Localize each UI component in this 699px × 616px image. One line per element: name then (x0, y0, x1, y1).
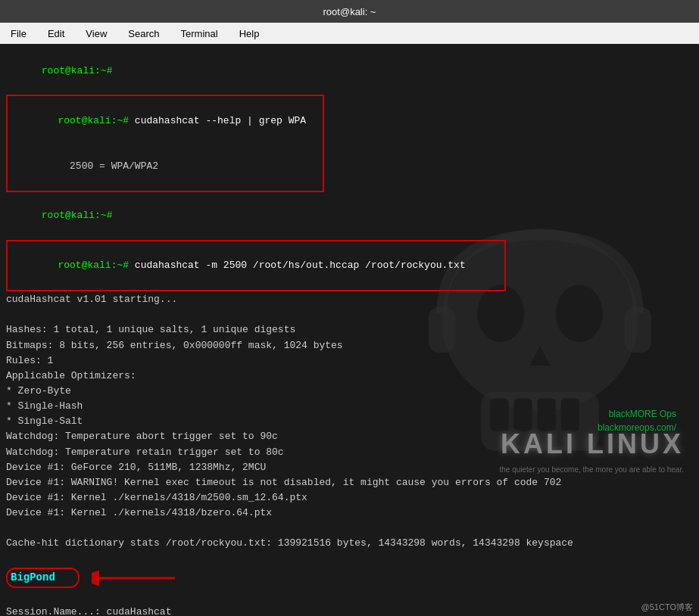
terminal-line (6, 590, 693, 605)
menubar: File Edit View Search Terminal Help (0, 23, 699, 44)
titlebar: root@kali: ~ (0, 0, 699, 23)
terminal-line: root@kali:~# (6, 48, 693, 94)
prompt: root@kali:~# (42, 65, 113, 76)
bigpond-label: BigPond (6, 568, 80, 589)
terminal-line (6, 307, 693, 322)
terminal-line: root@kali:~# cudahashcat --help | grep W… (11, 98, 320, 143)
menu-search[interactable]: Search (123, 26, 164, 41)
cmd-box-1: root@kali:~# cudahashcat --help | grep W… (6, 95, 324, 192)
kali-tagline-watermark: the quieter you become, the more you are… (500, 464, 685, 475)
prompt: root@kali:~# (58, 115, 129, 126)
cmd-text: cudahashcat --help | grep WPA (129, 115, 306, 126)
menu-file[interactable]: File (6, 26, 31, 41)
menu-terminal[interactable]: Terminal (176, 26, 223, 41)
terminal-line: Rules: 1 (6, 353, 693, 369)
terminal-line: Session.Name...: cudaHashcat (6, 605, 693, 616)
bigpond-line: BigPond (6, 567, 693, 590)
terminal-line: Applicable Optimizers: (6, 369, 693, 384)
terminal-line: Device #1: Kernel ./kernels/4318/m2500.s… (6, 490, 693, 506)
menu-view[interactable]: View (81, 26, 111, 41)
terminal-content: root@kali:~# root@kali:~# cudahashcat --… (6, 48, 693, 616)
terminal-line: Device #1: WARNING! Kernel exec timeout … (6, 475, 693, 490)
cmd-box-2: root@kali:~# cudahashcat -m 2500 /root/h… (6, 240, 506, 291)
cmd-text: cudahashcat -m 2500 /root/hs/out.hccap /… (129, 260, 466, 271)
kali-linux-watermark: KALI LINUX (501, 424, 684, 465)
terminal-line: root@kali:~# (6, 193, 693, 238)
red-arrow-icon (92, 567, 183, 590)
prompt: root@kali:~# (58, 260, 129, 271)
terminal-line: Device #1: Kernel ./kernels/4318/bzero.6… (6, 506, 693, 521)
output-text: 2500 = WPA/WPA2 (58, 160, 158, 172)
menu-edit[interactable]: Edit (43, 26, 69, 41)
terminal-line: cudaHashcat v1.01 starting... (6, 292, 693, 307)
terminal-line: * Zero-Byte (6, 384, 693, 399)
terminal[interactable]: blackMORE Ops blackmoreops.com/ KALI LIN… (0, 44, 699, 616)
menu-help[interactable]: Help (235, 26, 264, 41)
terminal-line: * Single-Hash (6, 399, 693, 414)
prompt: root@kali:~# (42, 210, 113, 221)
terminal-line (6, 521, 693, 536)
terminal-line: root@kali:~# cudahashcat -m 2500 /root/h… (11, 243, 501, 288)
terminal-line: Bitmaps: 8 bits, 256 entries, 0x000000ff… (6, 338, 693, 353)
site-credit: @51CTO博客 (641, 601, 693, 614)
terminal-line: Cache-hit dictionary stats /root/rockyou… (6, 536, 693, 551)
title-text: root@kali: ~ (323, 6, 376, 17)
terminal-line: Hashes: 1 total, 1 unique salts, 1 uniqu… (6, 322, 693, 338)
terminal-line (6, 552, 693, 567)
terminal-line: 2500 = WPA/WPA2 (11, 144, 320, 189)
